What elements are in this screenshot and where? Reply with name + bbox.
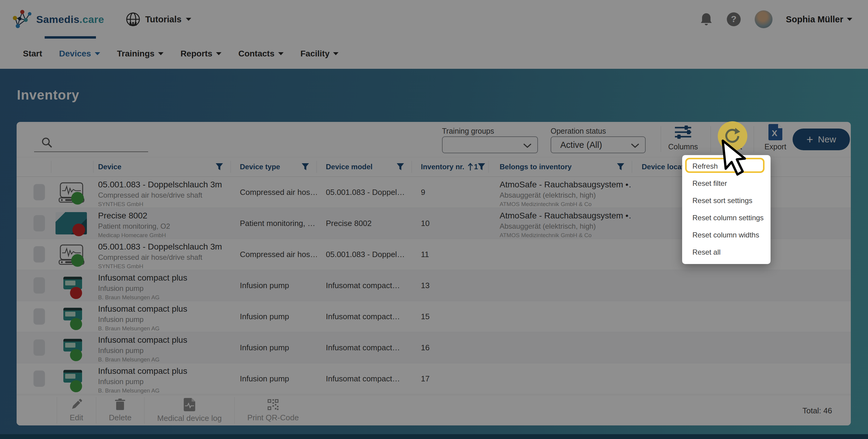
menu-item-reset-sort-settings[interactable]: Reset sort settings <box>682 192 771 209</box>
app-window: Samedis.care Tutorials ? <box>0 0 868 439</box>
mouse-cursor <box>719 137 754 180</box>
menu-item-reset-all[interactable]: Reset all <box>682 244 771 261</box>
menu-item-reset-column-settings[interactable]: Reset column settings <box>682 209 771 226</box>
menu-item-reset-column-widths[interactable]: Reset column widths <box>682 226 771 244</box>
